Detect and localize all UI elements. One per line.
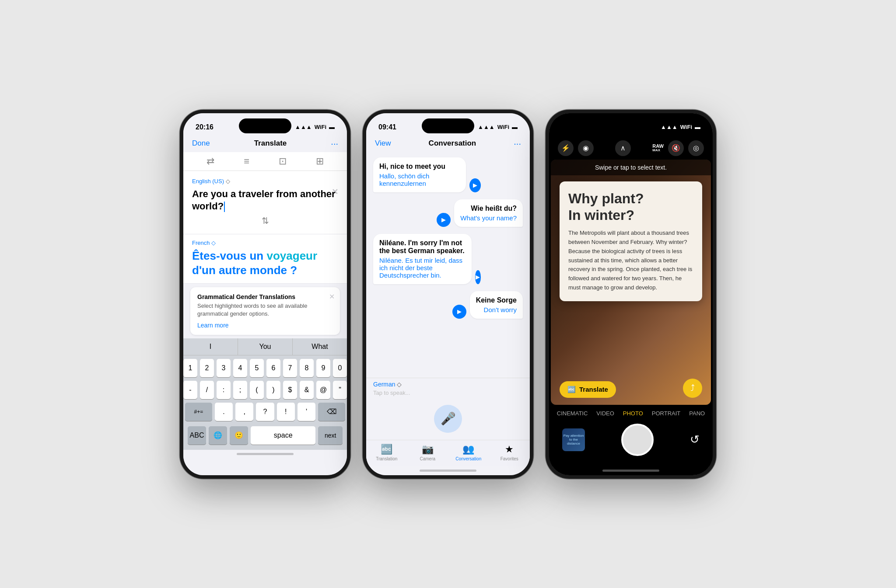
key-lparen[interactable]: ( <box>250 381 264 399</box>
key-apostrophe[interactable]: ' <box>298 403 315 421</box>
suggestion-3[interactable]: What <box>293 338 347 355</box>
key-1[interactable]: 1 <box>183 359 197 377</box>
translate-pill-icon: 🔤 <box>567 386 576 393</box>
play-btn-4[interactable]: ▶ <box>452 305 466 319</box>
bubble-2-trans: What's your name? <box>460 214 517 222</box>
mode-pano[interactable]: PANO <box>689 410 705 417</box>
toolbar-icon-4[interactable]: ⊞ <box>316 156 324 167</box>
toolbar-icon-1[interactable]: ⇄ <box>206 156 214 167</box>
key-rparen[interactable]: ) <box>266 381 280 399</box>
key-4[interactable]: 4 <box>233 359 247 377</box>
next-key[interactable]: next <box>318 426 343 445</box>
key-7[interactable]: 7 <box>283 359 297 377</box>
play-btn-1[interactable]: ▶ <box>469 178 481 192</box>
phone-translate: 20:16 ▲▲▲ WiFi ▬ Done Translate ··· ⇄ ≡ … <box>180 110 350 479</box>
output-highlight: voyageur <box>266 249 317 262</box>
suggestion-2[interactable]: You <box>238 338 293 355</box>
home-indicator-2 <box>366 466 530 475</box>
output-text-part2: d'un autre monde ? <box>192 264 297 277</box>
share-icon: ⤴ <box>690 383 695 393</box>
mic-button[interactable]: 🎤 <box>434 405 462 433</box>
play-btn-2[interactable]: ▶ <box>437 213 451 227</box>
signal-icon-3: ▲▲▲ <box>661 124 678 130</box>
key-colon[interactable]: : <box>217 381 231 399</box>
mute-icon[interactable]: 🔇 <box>668 140 684 156</box>
shutter-button[interactable] <box>621 424 654 456</box>
wifi-icon-3: WiFi <box>680 124 692 130</box>
play-btn-3[interactable]: ▶ <box>475 270 481 284</box>
output-lang-label[interactable]: French ◇ <box>192 240 338 246</box>
nav-bar-1: Done Translate ··· <box>183 137 347 152</box>
toolbar-icon-2[interactable]: ≡ <box>244 156 249 167</box>
mode-cinematic[interactable]: CINEMATIC <box>557 410 588 417</box>
tab-conversation[interactable]: 👥 Conversation <box>448 444 489 461</box>
key-period[interactable]: . <box>215 403 233 421</box>
key-amp[interactable]: & <box>300 381 314 399</box>
share-button[interactable]: ⤴ <box>683 379 702 398</box>
camera-thumbnail[interactable]: Pay attention to the distance <box>562 428 585 451</box>
swap-icon[interactable]: ⇅ <box>192 213 338 229</box>
tab-camera[interactable]: 📷 Camera <box>407 444 448 461</box>
tab-bar: 🔤 Translation 📷 Camera 👥 Conversation ★ … <box>366 440 530 466</box>
mode-photo[interactable]: PHOTO <box>623 410 643 417</box>
tab-favorites[interactable]: ★ Favorites <box>489 444 530 461</box>
chevron-up-icon[interactable]: ∧ <box>615 140 631 156</box>
more-icon-1[interactable]: ··· <box>331 139 338 149</box>
toolbar-icon-3[interactable]: ⊡ <box>279 156 287 167</box>
raw-max-label[interactable]: RAWMAX <box>652 144 664 152</box>
translate-pill-button[interactable]: 🔤 Translate <box>560 381 616 398</box>
key-question[interactable]: ? <box>256 403 274 421</box>
bubble-3-main: Niléane. I'm sorry I'm not the best Germ… <box>379 239 466 255</box>
key-exclaim[interactable]: ! <box>277 403 295 421</box>
emoji-key[interactable]: 🙂 <box>230 426 248 445</box>
signal-icon-1: ▲▲▲ <box>295 124 312 130</box>
key-minus[interactable]: - <box>183 381 197 399</box>
source-lang-label[interactable]: English (US) ◇ <box>192 178 338 184</box>
key-9[interactable]: 9 <box>316 359 330 377</box>
gender-card-close[interactable]: ✕ <box>329 292 335 301</box>
settings-icon[interactable]: ◎ <box>688 140 704 156</box>
mode-video[interactable]: VIDEO <box>596 410 614 417</box>
gender-card-title: Grammatical Gender Translations <box>197 293 333 300</box>
dynamic-island-2 <box>422 118 474 133</box>
key-at[interactable]: @ <box>316 381 330 399</box>
output-text: Êtes-vous un voyageur d'un autre monde ? <box>192 249 338 278</box>
mode-portrait[interactable]: PORTRAIT <box>652 410 681 417</box>
lang-selector[interactable]: German ◇ <box>373 381 523 388</box>
favorites-label: Favorites <box>500 456 518 461</box>
time-2: 09:41 <box>378 123 396 131</box>
home-bar-2 <box>420 470 476 472</box>
learn-more-link[interactable]: Learn more <box>197 322 333 329</box>
key-8[interactable]: 8 <box>300 359 314 377</box>
suggestion-1[interactable]: I <box>183 338 238 355</box>
tab-translation[interactable]: 🔤 Translation <box>366 444 407 461</box>
more-icon-2[interactable]: ··· <box>514 139 521 149</box>
key-0[interactable]: 0 <box>333 359 347 377</box>
cam-tool-left: ⚡ ◉ <box>558 140 594 156</box>
flash-icon[interactable]: ⚡ <box>558 140 574 156</box>
space-key[interactable]: space <box>251 426 315 445</box>
key-3[interactable]: 3 <box>217 359 231 377</box>
live-photo-icon[interactable]: ◉ <box>578 140 594 156</box>
key-6[interactable]: 6 <box>266 359 280 377</box>
key-dollar[interactable]: $ <box>283 381 297 399</box>
key-numswitch[interactable]: #+= <box>185 403 212 421</box>
key-comma[interactable]: , <box>235 403 253 421</box>
delete-key[interactable]: ⌫ <box>318 403 345 421</box>
keyboard-bottom-row: ABC 🌐 🙂 space next <box>185 424 345 448</box>
flip-camera-button[interactable]: ↺ <box>690 433 700 446</box>
done-button[interactable]: Done <box>192 139 210 148</box>
abc-key[interactable]: ABC <box>188 426 206 445</box>
globe-key[interactable]: 🌐 <box>209 426 227 445</box>
bubble-3-trans: Niléane. Es tut mir leid, dass ich nicht… <box>379 257 466 279</box>
key-semicolon[interactable]: ; <box>233 381 247 399</box>
message-1-row: Hi, nice to meet you Hallo, schön dich k… <box>373 157 481 192</box>
key-5[interactable]: 5 <box>250 359 264 377</box>
word-suggestions: I You What <box>183 338 347 355</box>
view-button[interactable]: View <box>375 139 391 148</box>
key-quote[interactable]: " <box>333 381 347 399</box>
key-slash[interactable]: / <box>200 381 214 399</box>
input-placeholder[interactable]: Tap to speak... <box>373 388 523 398</box>
source-text[interactable]: Are you a traveler from another world? ✕ <box>192 188 338 213</box>
key-2[interactable]: 2 <box>200 359 214 377</box>
